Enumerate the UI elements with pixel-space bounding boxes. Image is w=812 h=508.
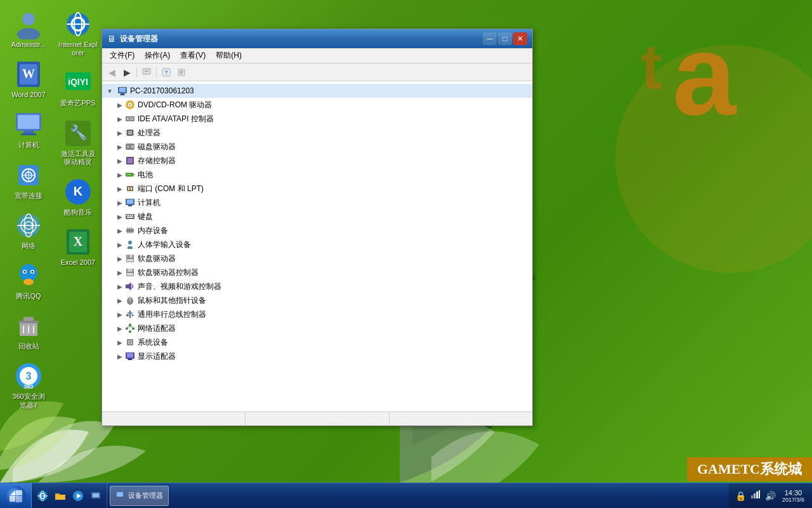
tree-item-mouse[interactable]: ▶ 鼠标和其他指针设备 bbox=[102, 293, 532, 307]
tree-item-pc[interactable]: ▶ 计算机 bbox=[102, 196, 532, 210]
tree-expand-hdd[interactable]: ▶ bbox=[115, 142, 125, 152]
tree-item-sound[interactable]: ▶ 声音、视频和游戏控制器 bbox=[102, 279, 532, 293]
tree-expand-cpu[interactable]: ▶ bbox=[115, 128, 125, 138]
tree-root-label: PC-201703061203 bbox=[130, 86, 194, 95]
toolbar-forward[interactable]: ▶ bbox=[120, 65, 134, 79]
desktop-icon-360browser[interactable]: 3 360 360安全浏览器7 bbox=[6, 358, 51, 411]
tree-item-battery[interactable]: ▶ 电池 bbox=[102, 168, 532, 182]
svg-point-78 bbox=[131, 145, 134, 148]
desktop-icon-broadband[interactable]: 宽带连接 bbox=[6, 157, 51, 203]
tree-expand-network[interactable]: ▶ bbox=[115, 323, 125, 333]
svg-rect-70 bbox=[128, 118, 132, 119]
menu-file[interactable]: 文件(F) bbox=[105, 49, 140, 62]
desktop-icon-admin[interactable]: Administr... bbox=[6, 6, 51, 51]
tree-item-human[interactable]: ▶ 人体学输入设备 bbox=[102, 237, 532, 251]
quick-ie[interactable] bbox=[34, 488, 51, 504]
tree-item-memory[interactable]: ▶ 内存设备 bbox=[102, 224, 532, 237]
tree-expand-storage[interactable]: ▶ bbox=[115, 156, 125, 166]
quick-media[interactable] bbox=[70, 488, 86, 504]
tree-expand-root[interactable]: ▼ bbox=[105, 86, 115, 96]
tree-item-ide[interactable]: ▶ IDE ATA/ATAPI 控制器 bbox=[102, 112, 532, 126]
tree-expand-display[interactable]: ▶ bbox=[115, 351, 125, 361]
tree-label-display: 显示适配器 bbox=[138, 351, 176, 362]
tree-expand-floppy[interactable]: ▶ bbox=[115, 253, 125, 264]
desktop-icon-ie[interactable]: Internet Explorer bbox=[56, 6, 100, 60]
desktop-icon-excel2007[interactable]: X Excel 2007 bbox=[56, 224, 100, 269]
svg-rect-121 bbox=[126, 328, 128, 330]
tree-expand-usb[interactable]: ▶ bbox=[115, 309, 125, 319]
start-button[interactable] bbox=[0, 483, 32, 509]
tree-item-keyboard[interactable]: ▶ 键盘 bbox=[102, 210, 532, 224]
svg-rect-103 bbox=[131, 232, 132, 234]
svg-line-126 bbox=[130, 326, 133, 328]
icon-label-360browser: 360安全浏览器7 bbox=[9, 392, 48, 409]
desktop-icon-recycle[interactable]: 回收站 bbox=[6, 308, 51, 353]
svg-rect-102 bbox=[129, 232, 130, 234]
minimize-button[interactable]: ─ bbox=[483, 32, 497, 45]
window-content[interactable]: ▼ PC-201703061203 ▶ bbox=[102, 81, 532, 411]
tree-expand-battery[interactable]: ▶ bbox=[115, 170, 125, 180]
desktop-icon-kugou[interactable]: K 酷狗音乐 bbox=[56, 174, 100, 219]
svg-rect-100 bbox=[131, 227, 132, 229]
toolbar-help[interactable]: ? bbox=[159, 65, 173, 79]
quick-devicemgr[interactable] bbox=[88, 488, 104, 504]
watermark: GAMETC系统城 bbox=[687, 457, 812, 481]
toolbar-back[interactable]: ◀ bbox=[105, 65, 119, 79]
tree-label-memory: 内存设备 bbox=[138, 225, 168, 236]
tree-item-network[interactable]: ▶ 网络适配器 bbox=[102, 321, 532, 335]
tree-label-storage: 存储控制器 bbox=[138, 156, 176, 166]
tray-time[interactable]: 14:30 2017/3/6 bbox=[780, 489, 807, 503]
tree-expand-human[interactable]: ▶ bbox=[115, 239, 125, 250]
tree-expand-memory[interactable]: ▶ bbox=[115, 225, 125, 236]
tree-item-dvd[interactable]: ▶ DVD/CD-ROM 驱动器 bbox=[102, 98, 532, 112]
statusbar-mid bbox=[246, 412, 389, 425]
icon-label-word2007: Word 2007 bbox=[11, 91, 46, 99]
tree-expand-port[interactable]: ▶ bbox=[115, 184, 125, 194]
desktop-icon-network[interactable]: 网络 bbox=[6, 208, 51, 253]
svg-rect-98 bbox=[128, 227, 128, 229]
tree-root[interactable]: ▼ PC-201703061203 bbox=[102, 84, 532, 98]
toolbar-properties[interactable] bbox=[174, 65, 188, 79]
tree-expand-system[interactable]: ▶ bbox=[115, 337, 125, 347]
desktop-icon-qq[interactable]: 腾讯QQ bbox=[6, 258, 51, 303]
tree-label-keyboard: 键盘 bbox=[138, 211, 153, 222]
tree-expand-dvd[interactable]: ▶ bbox=[115, 100, 125, 110]
tree-item-floppyctrl[interactable]: ▶ 软盘驱动器控制器 bbox=[102, 265, 532, 279]
tree-item-display[interactable]: ▶ 显示适配器 bbox=[102, 349, 532, 363]
tree-expand-pc[interactable]: ▶ bbox=[115, 197, 125, 208]
tray-icon-volume[interactable]: 🔊 bbox=[764, 490, 777, 502]
icon-label-tools: 激活工具及驱动精灵 bbox=[58, 150, 98, 166]
close-button[interactable]: ✕ bbox=[513, 32, 527, 45]
window-titlebar[interactable]: 🖥 设备管理器 ─ □ ✕ bbox=[102, 29, 532, 48]
tree-item-cpu[interactable]: ▶ 处理器 bbox=[102, 126, 532, 140]
desktop-icon-iqiyi[interactable]: iQIYI 爱奇艺PPS bbox=[56, 65, 100, 110]
taskbar-item-devmgr[interactable]: 设备管理器 bbox=[110, 486, 169, 506]
tree-item-port[interactable]: ▶ 端口 (COM 和 LPT) bbox=[102, 182, 532, 196]
tray-icon-security[interactable]: 🔒 bbox=[734, 490, 747, 502]
desktop-icon-tools[interactable]: 🔧 激活工具及驱动精灵 bbox=[56, 116, 100, 169]
menu-help[interactable]: 帮助(H) bbox=[211, 49, 247, 62]
tray-icon-network[interactable] bbox=[750, 489, 761, 502]
tree-item-floppy[interactable]: ▶ 软盘驱动器 bbox=[102, 251, 532, 265]
quick-folder[interactable] bbox=[52, 488, 69, 504]
tree-item-hdd[interactable]: ▶ 磁盘驱动器 bbox=[102, 140, 532, 154]
tree-item-storage[interactable]: ▶ 存储控制器 bbox=[102, 154, 532, 168]
desktop-icon-word2007[interactable]: W Word 2007 bbox=[6, 57, 51, 102]
toolbar-refresh[interactable] bbox=[140, 65, 154, 79]
tree-expand-ide[interactable]: ▶ bbox=[115, 114, 125, 124]
tree-item-usb[interactable]: ▶ 通用串行总线控制器 bbox=[102, 307, 532, 321]
tree-item-system[interactable]: ▶ 系统设备 bbox=[102, 335, 532, 349]
menu-view[interactable]: 查看(V) bbox=[175, 49, 211, 62]
menu-action[interactable]: 操作(A) bbox=[140, 49, 175, 62]
tree-expand-keyboard[interactable]: ▶ bbox=[115, 211, 125, 222]
tree-expand-mouse[interactable]: ▶ bbox=[115, 295, 125, 305]
svg-rect-107 bbox=[128, 255, 129, 258]
maximize-button[interactable]: □ bbox=[498, 32, 512, 45]
tree-expand-sound[interactable]: ▶ bbox=[115, 281, 125, 291]
svg-rect-96 bbox=[127, 217, 133, 218]
icon-label-broadband: 宽带连接 bbox=[15, 192, 43, 200]
tree-label-port: 端口 (COM 和 LPT) bbox=[138, 184, 204, 194]
tree-expand-floppyctrl[interactable]: ▶ bbox=[115, 267, 125, 277]
desktop-icon-computer[interactable]: 计算机 bbox=[6, 107, 51, 152]
svg-rect-62 bbox=[119, 88, 126, 92]
